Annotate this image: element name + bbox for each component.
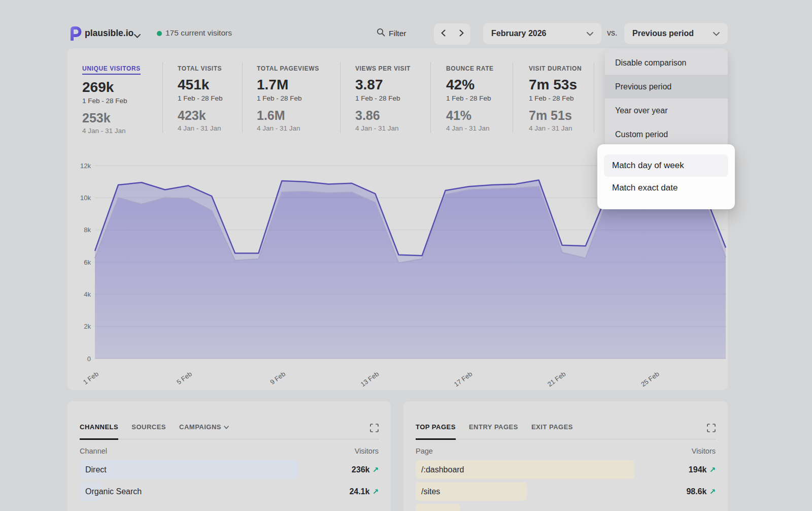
stat-separator [594,62,594,133]
stat-period: 1 Feb - 28 Feb [82,97,141,105]
stat-separator [513,62,513,133]
column-header-channel: Channel [80,447,107,455]
stat-value: 3.87 [355,77,411,93]
tab-channels[interactable]: CHANNELS [80,423,118,440]
stat-prev-period: 4 Jan - 31 Jan [82,127,141,135]
next-period-arrow-button[interactable] [459,29,464,39]
tab-exit-pages[interactable]: EXIT PAGES [531,423,573,439]
prev-period-arrow-button[interactable] [441,29,446,39]
stat-visit-duration[interactable]: VISIT DURATION 7m 53s 1 Feb - 28 Feb 7m … [529,65,582,132]
expand-icon[interactable] [707,424,716,434]
table-row[interactable]: /sites 98.6k↗ [416,482,716,501]
plausible-logo-icon [70,26,82,41]
search-icon [377,28,385,39]
current-visitors-count[interactable]: 175 current visitors [165,28,232,38]
chevron-down-icon [587,29,593,38]
table-row [416,504,716,511]
match-mode-popup: Match day of week Match exact date [597,144,735,209]
tab-campaigns[interactable]: CAMPAIGNS [179,423,229,439]
stat-label: UNIQUE VISITORS [82,65,141,75]
svg-text:6k: 6k [84,259,91,266]
date-nav-arrows [434,23,470,45]
filter-button[interactable]: Filter [377,28,406,39]
svg-text:25 Feb: 25 Feb [639,370,661,388]
stat-value: 1.7M [257,77,319,93]
stat-prev-value: 3.86 [355,108,411,123]
menu-item-match-day-of-week[interactable]: Match day of week [604,154,728,177]
stat-total-visits[interactable]: TOTAL VISITS 451k 1 Feb - 28 Feb 423k 4 … [178,65,223,132]
chevron-down-icon [713,29,720,38]
stat-period: 1 Feb - 28 Feb [257,94,319,102]
svg-text:1 Feb: 1 Feb [82,370,100,386]
row-label: Organic Search [85,482,142,501]
channels-card: CHANNELS SOURCES CAMPAIGNS Channel Visit… [67,401,391,511]
stat-views-per-visit[interactable]: VIEWS PER VISIT 3.87 1 Feb - 28 Feb 3.86… [355,65,411,132]
table-row[interactable]: /:dashboard 194k↗ [416,460,716,479]
trend-up-icon: ↗ [709,487,716,496]
stat-value: 269k [82,79,141,95]
svg-text:4k: 4k [84,291,91,298]
partial-row-bar [416,504,460,511]
table-row[interactable]: Direct 236k↗ [80,460,379,479]
stat-bounce-rate[interactable]: BOUNCE RATE 42% 1 Feb - 28 Feb 41% 4 Jan… [446,65,494,132]
tab-sources[interactable]: SOURCES [131,423,166,439]
stat-label: VISIT DURATION [529,65,582,72]
row-value: 98.6k [686,487,706,496]
chevron-down-icon [224,423,229,431]
date-range-label: February 2026 [491,29,547,38]
comparison-picker[interactable]: Previous period [624,23,728,44]
column-header-page: Page [416,447,433,455]
menu-item-year-over-year[interactable]: Year over year [605,99,728,122]
comparison-selected-label: Previous period [632,29,694,38]
menu-item-match-exact-date[interactable]: Match exact date [604,177,728,199]
svg-text:5 Feb: 5 Feb [175,370,193,386]
stat-total-pageviews[interactable]: TOTAL PAGEVIEWS 1.7M 1 Feb - 28 Feb 1.6M… [257,65,319,132]
row-value: 24.1k [349,487,369,496]
svg-text:0: 0 [87,355,91,363]
stat-separator [430,62,431,133]
column-header-visitors: Visitors [692,447,716,455]
row-label: /:dashboard [421,460,464,479]
plausible-dashboard: plausible.io 175 current visitors Filter… [0,0,812,511]
channels-tabs: CHANNELS SOURCES CAMPAIGNS [80,423,379,439]
stat-value: 451k [178,77,223,93]
stat-prev-period: 4 Jan - 31 Jan [257,124,319,132]
pages-card: TOP PAGES ENTRY PAGES EXIT PAGES Page Vi… [403,401,728,511]
svg-text:12k: 12k [80,163,91,170]
menu-item-custom-period[interactable]: Custom period [605,122,728,146]
tab-entry-pages[interactable]: ENTRY PAGES [469,423,518,439]
table-row[interactable]: Organic Search 24.1k↗ [80,482,379,501]
stat-unique-visitors[interactable]: UNIQUE VISITORS 269k 1 Feb - 28 Feb 253k… [82,65,141,135]
channels-column-headers: Channel Visitors [80,447,379,455]
stat-label: TOTAL VISITS [178,65,223,72]
stat-label: TOTAL PAGEVIEWS [257,65,319,72]
stat-prev-period: 4 Jan - 31 Jan [529,124,582,132]
stat-period: 1 Feb - 28 Feb [446,94,494,102]
stat-period: 1 Feb - 28 Feb [355,94,411,102]
svg-text:13 Feb: 13 Feb [359,370,381,388]
row-value: 236k [352,465,370,474]
date-range-picker[interactable]: February 2026 [483,23,601,44]
top-navbar: plausible.io 175 current visitors Filter… [0,0,812,48]
stat-separator [242,62,243,133]
menu-item-previous-period[interactable]: Previous period [605,75,728,99]
stat-separator [340,62,341,133]
svg-text:17 Feb: 17 Feb [453,370,474,388]
svg-text:21 Feb: 21 Feb [546,370,567,388]
stat-period: 1 Feb - 28 Feb [529,94,582,102]
row-label: /sites [421,482,440,501]
svg-text:8k: 8k [84,226,91,234]
trend-up-icon: ↗ [709,465,716,474]
trend-up-icon: ↗ [372,487,379,496]
expand-icon[interactable] [370,424,379,434]
menu-item-disable-comparison[interactable]: Disable comparison [605,51,728,75]
site-name[interactable]: plausible.io [85,28,133,39]
svg-text:10k: 10k [80,194,91,202]
svg-text:2k: 2k [84,323,91,330]
chevron-down-icon[interactable] [134,31,141,40]
column-header-visitors: Visitors [355,447,379,455]
pages-column-headers: Page Visitors [416,447,716,455]
tab-top-pages[interactable]: TOP PAGES [416,423,456,440]
comparison-dropdown-menu: Disable comparison Previous period Year … [605,49,728,148]
svg-text:9 Feb: 9 Feb [268,370,287,386]
